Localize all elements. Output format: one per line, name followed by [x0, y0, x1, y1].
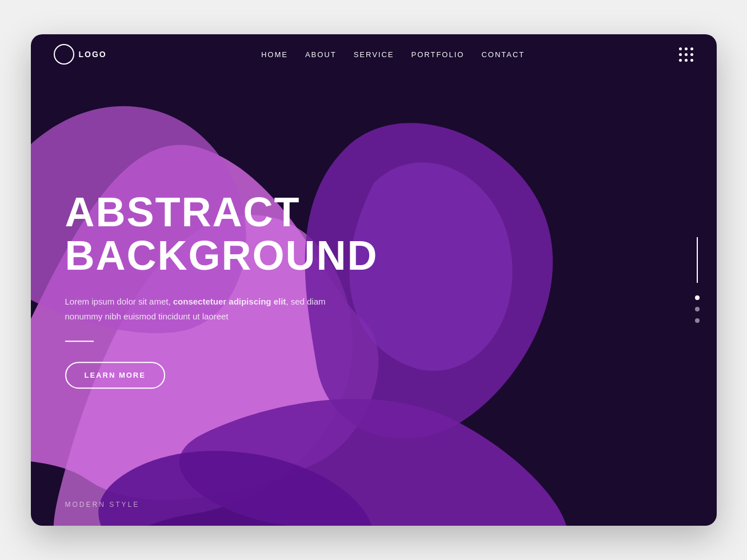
dot-9: [690, 59, 693, 62]
hero-card: LOGO HOME ABOUT SERVICE PORTFOLIO CONTAC…: [31, 34, 717, 526]
logo-circle: [54, 44, 74, 65]
dots-menu-icon[interactable]: [679, 47, 693, 62]
nav-home[interactable]: HOME: [261, 50, 288, 59]
hero-title-line1: ABSTRACT: [65, 189, 301, 235]
dot-7: [679, 59, 682, 62]
dot-5: [685, 53, 688, 56]
logo-text: LOGO: [79, 50, 107, 59]
nav-service[interactable]: SERVICE: [354, 50, 394, 59]
hero-title: ABSTRACT BACKGROUND: [65, 191, 339, 277]
hero-description: Lorem ipsum dolor sit amet, consectetuer…: [65, 294, 339, 323]
dot-2: [685, 47, 688, 50]
page-wrapper: LOGO HOME ABOUT SERVICE PORTFOLIO CONTAC…: [31, 34, 717, 526]
divider-line: [65, 341, 94, 342]
nav-links: HOME ABOUT SERVICE PORTFOLIO CONTACT: [261, 50, 525, 59]
hero-title-line2: BACKGROUND: [65, 233, 378, 278]
hero-content: ABSTRACT BACKGROUND Lorem ipsum dolor si…: [65, 191, 339, 389]
nav-about[interactable]: ABOUT: [305, 50, 337, 59]
learn-more-button[interactable]: LEARN MORE: [65, 362, 165, 389]
dot-8: [685, 59, 688, 62]
dot-1: [679, 47, 682, 50]
indicator-dot-2[interactable]: [695, 307, 700, 311]
bottom-label: MODERN STYLE: [65, 501, 140, 509]
nav-contact[interactable]: CONTACT: [481, 50, 525, 59]
indicator-dot-1[interactable]: [695, 295, 700, 300]
logo: LOGO: [54, 44, 107, 65]
dot-3: [690, 47, 693, 50]
dot-6: [690, 53, 693, 56]
indicator-dot-3[interactable]: [695, 318, 700, 323]
navbar: LOGO HOME ABOUT SERVICE PORTFOLIO CONTAC…: [31, 34, 717, 74]
dot-4: [679, 53, 682, 56]
vertical-line: [697, 237, 698, 283]
nav-portfolio[interactable]: PORTFOLIO: [412, 50, 465, 59]
right-indicator: [695, 237, 700, 323]
